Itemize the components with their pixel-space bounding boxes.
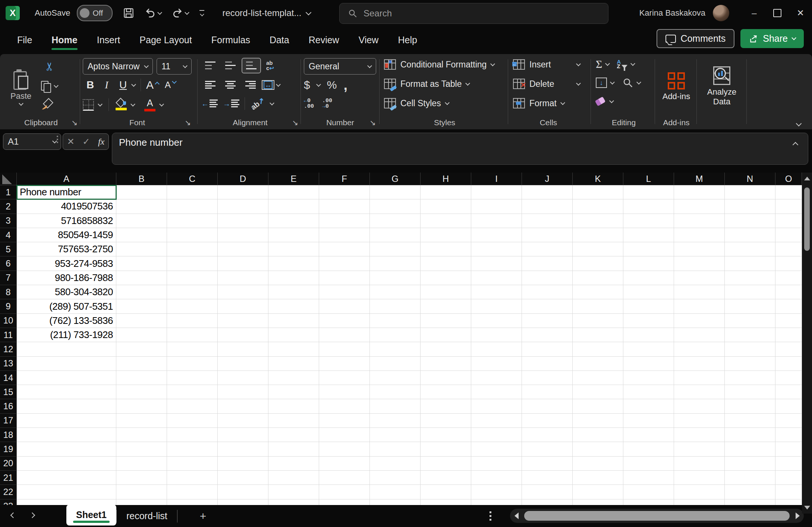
cell-N12[interactable] (725, 342, 775, 356)
cell-E13[interactable] (268, 357, 319, 371)
cell-E8[interactable] (268, 285, 319, 299)
cell-C5[interactable] (167, 242, 218, 256)
cell-L10[interactable] (623, 314, 674, 328)
cell-G6[interactable] (370, 256, 421, 271)
cell-F6[interactable] (319, 256, 370, 271)
cell-O8[interactable] (775, 285, 802, 299)
cell-K22[interactable] (573, 485, 623, 499)
search-input[interactable]: Search (339, 3, 608, 24)
cell-N18[interactable] (725, 428, 775, 442)
cell-H15[interactable] (421, 385, 471, 399)
column-header-J[interactable]: J (522, 173, 573, 185)
cell-K16[interactable] (573, 399, 623, 413)
format-as-table-button[interactable]: Format as Table (384, 74, 505, 94)
cell-C16[interactable] (167, 399, 218, 413)
percent-button[interactable]: % (327, 79, 337, 91)
cell-D12[interactable] (218, 342, 268, 356)
cell-E18[interactable] (268, 428, 319, 442)
row-header-21[interactable]: 21 (0, 471, 17, 485)
cell-I23[interactable] (471, 499, 522, 505)
row-header-2[interactable]: 2 (0, 199, 17, 214)
cell-G22[interactable] (370, 485, 421, 499)
find-select-dropdown-icon[interactable] (636, 80, 641, 85)
copy-dropdown-icon[interactable] (54, 83, 59, 88)
collapse-ribbon-button[interactable] (796, 121, 802, 127)
sort-filter-dropdown-icon[interactable] (630, 61, 635, 66)
cell-K14[interactable] (573, 371, 623, 385)
cell-A18[interactable] (17, 428, 116, 442)
cell-M2[interactable] (674, 199, 725, 214)
cell-F20[interactable] (319, 457, 370, 471)
cell-D15[interactable] (218, 385, 268, 399)
cell-I19[interactable] (471, 442, 522, 456)
cell-I20[interactable] (471, 457, 522, 471)
cell-E14[interactable] (268, 371, 319, 385)
cell-E17[interactable] (268, 414, 319, 428)
cell-C12[interactable] (167, 342, 218, 356)
cell-F18[interactable] (319, 428, 370, 442)
cell-O6[interactable] (775, 256, 802, 271)
cell-I14[interactable] (471, 371, 522, 385)
sheet-tab-sheet1[interactable]: Sheet1 (66, 505, 116, 526)
formula-bar-grip[interactable] (57, 136, 58, 143)
font-color-button[interactable]: A (144, 98, 155, 111)
cell-C15[interactable] (167, 385, 218, 399)
cell-E7[interactable] (268, 271, 319, 285)
cell-B13[interactable] (116, 357, 167, 371)
minimize-button[interactable]: – (743, 0, 766, 26)
cell-L15[interactable] (623, 385, 674, 399)
cell-C9[interactable] (167, 299, 218, 313)
cell-C4[interactable] (167, 228, 218, 242)
cell-K6[interactable] (573, 256, 623, 271)
borders-dropdown-icon[interactable] (98, 102, 103, 107)
cell-C13[interactable] (167, 357, 218, 371)
cell-C20[interactable] (167, 457, 218, 471)
cell-B16[interactable] (116, 399, 167, 413)
cell-G16[interactable] (370, 399, 421, 413)
alignment-dialog-launcher[interactable]: ↘ (292, 119, 298, 126)
cell-K4[interactable] (573, 228, 623, 242)
cell-K19[interactable] (573, 442, 623, 456)
cell-G15[interactable] (370, 385, 421, 399)
cell-H19[interactable] (421, 442, 471, 456)
cell-G23[interactable] (370, 499, 421, 505)
analyze-data-button[interactable]: Analyze Data (704, 57, 740, 116)
cell-O15[interactable] (775, 385, 802, 399)
row-header-23[interactable]: 23 (0, 499, 17, 505)
cell-H4[interactable] (421, 228, 471, 242)
cell-M3[interactable] (674, 214, 725, 228)
cell-M8[interactable] (674, 285, 725, 299)
cell-M17[interactable] (674, 414, 725, 428)
cell-O22[interactable] (775, 485, 802, 499)
cell-F3[interactable] (319, 214, 370, 228)
cell-L6[interactable] (623, 256, 674, 271)
column-header-F[interactable]: F (319, 173, 370, 185)
decrease-decimal-button[interactable]: .00→0 (322, 98, 332, 109)
cell-H7[interactable] (421, 271, 471, 285)
column-header-L[interactable]: L (623, 173, 674, 185)
cell-C10[interactable] (167, 314, 218, 328)
cell-D17[interactable] (218, 414, 268, 428)
cell-C14[interactable] (167, 371, 218, 385)
cell-I21[interactable] (471, 471, 522, 485)
cell-I2[interactable] (471, 199, 522, 214)
cell-D2[interactable] (218, 199, 268, 214)
cell-B1[interactable] (116, 185, 167, 199)
row-header-7[interactable]: 7 (0, 271, 17, 285)
cell-D3[interactable] (218, 214, 268, 228)
cell-J1[interactable] (522, 185, 573, 199)
cancel-button[interactable]: ✕ (67, 136, 75, 147)
orientation-dropdown-icon[interactable] (270, 101, 274, 105)
cell-I13[interactable] (471, 357, 522, 371)
cell-K13[interactable] (573, 357, 623, 371)
cell-J2[interactable] (522, 199, 573, 214)
cell-G4[interactable] (370, 228, 421, 242)
underline-button[interactable]: U (116, 79, 130, 91)
cell-D6[interactable] (218, 256, 268, 271)
cell-I6[interactable] (471, 256, 522, 271)
cell-H22[interactable] (421, 485, 471, 499)
cell-K20[interactable] (573, 457, 623, 471)
align-bottom-button[interactable] (242, 58, 261, 73)
increase-indent-button[interactable]: → (223, 100, 239, 108)
vertical-scrollbar[interactable] (802, 173, 812, 514)
